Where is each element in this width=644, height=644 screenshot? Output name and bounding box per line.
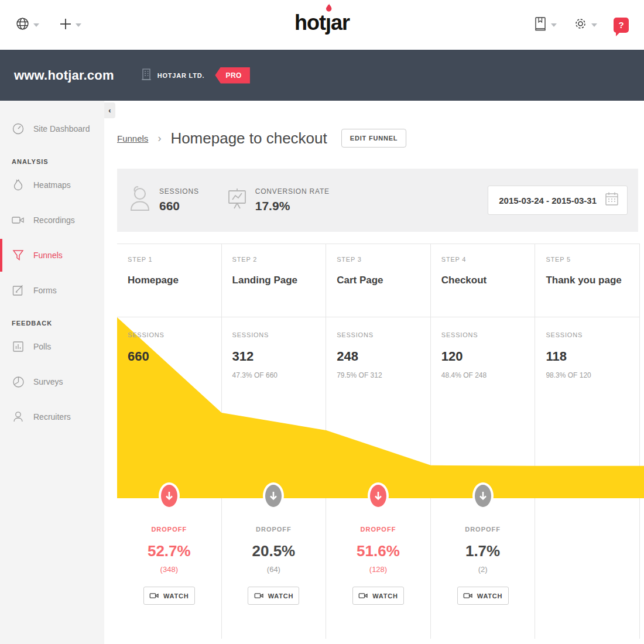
sidebar-item-forms[interactable]: Forms xyxy=(0,273,104,308)
step-header-1: STEP 1 Homepage xyxy=(117,244,222,317)
person-icon xyxy=(12,410,25,423)
building-icon xyxy=(140,67,153,84)
conversion-label: CONVERSION RATE xyxy=(255,187,330,196)
book-icon xyxy=(533,16,547,34)
dropoff-arrow-icon[interactable] xyxy=(368,482,389,509)
dropoff-cell-3: DROPOFF 51.6% (128) WATCH xyxy=(326,498,431,639)
dropoff-count: (64) xyxy=(267,565,280,574)
dropoff-percent: 1.7% xyxy=(465,542,500,560)
chevron-down-icon xyxy=(551,23,557,27)
sidebar-section-feedback: FEEDBACK xyxy=(0,320,104,327)
sidebar-item-surveys[interactable]: Surveys xyxy=(0,364,104,399)
main-content: ‹ Funnels › Homepage to checkout EDIT FU… xyxy=(104,101,644,644)
edit-funnel-button[interactable]: EDIT FUNNEL xyxy=(341,129,407,148)
calendar-icon xyxy=(605,191,619,209)
dropoff-percent: 51.6% xyxy=(357,542,400,560)
sidebar-item-polls[interactable]: Polls xyxy=(0,329,104,364)
sidebar-collapse-button[interactable]: ‹ xyxy=(104,102,115,118)
conversion-value: 17.9% xyxy=(255,199,330,213)
top-toolbar: hotȷar ? xyxy=(0,0,644,50)
pie-chart-icon xyxy=(12,376,25,388)
sidebar-item-funnels[interactable]: Funnels xyxy=(0,238,104,273)
chevron-down-icon xyxy=(76,23,81,27)
sidebar-item-recordings[interactable]: Recordings xyxy=(0,203,104,238)
dropoff-arrow-icon[interactable] xyxy=(159,482,180,509)
dropoff-arrow-icon[interactable] xyxy=(263,482,284,509)
step-header-5: STEP 5 Thank you page xyxy=(535,244,640,317)
date-range-picker[interactable]: 2015-03-24 - 2015-03-31 xyxy=(488,186,628,215)
sessions-cell-2: SESSIONS 312 47.3% OF 660 xyxy=(222,317,327,498)
dropoff-count: (2) xyxy=(478,565,488,574)
bar-chart-icon xyxy=(12,341,25,352)
plus-icon xyxy=(59,18,72,33)
sessions-stat: SESSIONS 660 xyxy=(128,186,199,215)
funnel-table: STEP 1 Homepage STEP 2 Landing Page STEP… xyxy=(117,244,640,639)
sidebar-item-recruiters[interactable]: Recruiters xyxy=(0,399,104,434)
flame-icon xyxy=(12,179,25,191)
video-camera-icon xyxy=(12,215,25,225)
watch-button[interactable]: WATCH xyxy=(457,587,509,605)
plan-badge[interactable]: PRO xyxy=(215,67,250,84)
resources-menu[interactable] xyxy=(533,16,557,34)
sessions-cell-1: SESSIONS 660 xyxy=(117,317,222,498)
sessions-cell-3: SESSIONS 248 79.5% OF 312 xyxy=(326,317,431,498)
dashboard-gauge-icon xyxy=(12,122,25,135)
watch-button[interactable]: WATCH xyxy=(143,587,195,605)
conversion-stat: CONVERSION RATE 17.9% xyxy=(227,187,330,213)
chevron-down-icon xyxy=(33,23,39,27)
help-button[interactable]: ? xyxy=(614,18,629,33)
funnel-chart-row: SESSIONS 660 SESSIONS 312 47.3% OF 660 S… xyxy=(117,317,640,498)
date-range-value: 2015-03-24 - 2015-03-31 xyxy=(499,196,597,205)
sessions-label: SESSIONS xyxy=(159,187,199,196)
step-header-4: STEP 4 Checkout xyxy=(431,244,536,317)
breadcrumb: Funnels › Homepage to checkout EDIT FUNN… xyxy=(104,101,644,148)
sidebar-item-heatmaps[interactable]: Heatmaps xyxy=(0,167,104,203)
gear-icon xyxy=(573,16,588,33)
funnel-dropoff-row: DROPOFF 52.7% (348) WATCH DROPOFF 20.5% … xyxy=(117,498,640,639)
chevron-right-icon: › xyxy=(157,132,161,145)
dropoff-arrow-icon[interactable] xyxy=(472,482,494,509)
dropoff-cell-4: DROPOFF 1.7% (2) WATCH xyxy=(431,498,536,639)
site-switcher[interactable] xyxy=(15,16,39,33)
presentation-chart-icon xyxy=(227,187,247,213)
funnel-icon xyxy=(12,249,25,262)
person-silhouette-icon xyxy=(128,186,151,215)
watch-button[interactable]: WATCH xyxy=(248,587,299,605)
step-header-3: STEP 3 Cart Page xyxy=(326,244,431,317)
dropoff-percent: 52.7% xyxy=(148,542,191,560)
step-header-2: STEP 2 Landing Page xyxy=(222,244,327,317)
hotjar-logo: hotȷar xyxy=(294,11,350,35)
stats-bar: SESSIONS 660 CONVERSION RATE 17.9% xyxy=(117,169,638,232)
dropoff-cell-2: DROPOFF 20.5% (64) WATCH xyxy=(222,498,327,639)
watch-button[interactable]: WATCH xyxy=(352,587,404,605)
dropoff-count: (348) xyxy=(160,565,178,574)
organization-name: HOTJAR LTD. xyxy=(157,72,205,79)
sessions-cell-4: SESSIONS 120 48.4% OF 248 xyxy=(431,317,536,498)
page-title: Homepage to checkout xyxy=(170,129,327,148)
sidebar-item-site-dashboard[interactable]: Site Dashboard xyxy=(0,111,104,146)
dropoff-percent: 20.5% xyxy=(252,542,296,560)
dropoff-count: (128) xyxy=(369,565,387,574)
add-new-menu[interactable] xyxy=(59,18,81,33)
settings-menu[interactable] xyxy=(573,16,597,33)
site-header: www.hotjar.com HOTJAR LTD. PRO xyxy=(0,50,644,101)
sidebar: Site Dashboard ANALYSIS Heatmaps Recordi… xyxy=(0,101,104,644)
dropoff-cell-5 xyxy=(535,498,640,639)
dropoff-cell-1: DROPOFF 52.7% (348) WATCH xyxy=(117,498,222,639)
breadcrumb-funnels-link[interactable]: Funnels xyxy=(117,133,148,143)
globe-icon xyxy=(15,16,30,33)
sessions-value: 660 xyxy=(159,199,199,213)
flame-logo-icon xyxy=(326,4,333,12)
sidebar-section-analysis: ANALYSIS xyxy=(0,158,104,165)
edit-form-icon xyxy=(12,285,25,296)
sessions-cell-5: SESSIONS 118 98.3% OF 120 xyxy=(535,317,640,498)
chevron-down-icon xyxy=(591,23,597,27)
current-site-url[interactable]: www.hotjar.com xyxy=(14,68,114,83)
funnel-step-header-row: STEP 1 Homepage STEP 2 Landing Page STEP… xyxy=(117,244,640,317)
